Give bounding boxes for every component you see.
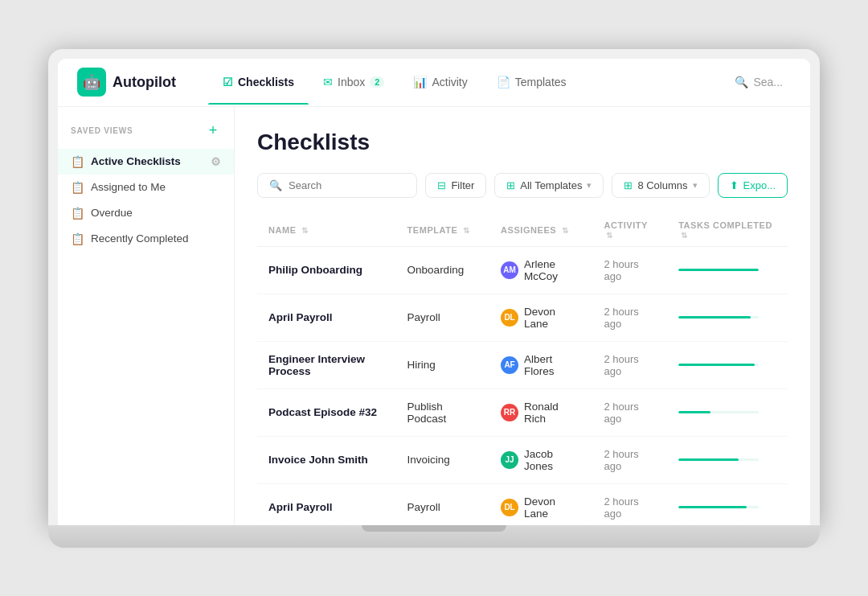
sidebar-item-overdue[interactable]: 📋 Overdue — [58, 200, 234, 226]
assignees-sort-icon[interactable]: ⇅ — [562, 226, 569, 235]
cell-template-0: Onboarding — [396, 246, 489, 294]
row-name-0: Philip Onboarding — [268, 264, 362, 276]
cell-progress-2 — [667, 341, 788, 388]
cell-progress-4 — [667, 436, 788, 483]
activity-text-2: 2 hours ago — [604, 353, 638, 377]
cell-activity-2: 2 hours ago — [592, 341, 667, 388]
sidebar: Saved Views + 📋 Active Checklists ⚙ 📋 As… — [58, 107, 235, 525]
activity-text-3: 2 hours ago — [604, 401, 638, 425]
avatar-1: DL — [501, 309, 518, 327]
name-sort-icon[interactable]: ⇅ — [301, 226, 309, 235]
cell-assignee-0: AM Arlene McCoy — [489, 246, 592, 294]
cell-assignee-5: DL Devon Lane — [489, 483, 592, 525]
cell-template-5: Payroll — [396, 483, 489, 525]
cell-name-5: April Payroll — [257, 483, 396, 525]
table-row[interactable]: April Payroll Payroll DL Devon Lane 2 ho… — [257, 483, 788, 525]
cell-name-3: Podcast Episode #32 — [257, 388, 396, 436]
search-input[interactable] — [289, 179, 405, 191]
table-row[interactable]: Engineer Interview Process Hiring AF Alb… — [257, 341, 788, 388]
export-icon: ⬆ — [730, 179, 739, 191]
assignee-name-4: Jacob Jones — [524, 448, 581, 472]
cell-template-2: Hiring — [396, 341, 489, 388]
cell-name-0: Philip Onboarding — [257, 246, 396, 294]
table-header-row: NAME ⇅ TEMPLATE ⇅ ASSIGNEES ⇅ — [257, 214, 788, 247]
progress-track-2 — [678, 364, 759, 366]
logo-area: 🤖 Autopilot — [77, 68, 176, 97]
search-icon: 🔍 — [269, 179, 282, 191]
cell-assignee-4: JJ Jacob Jones — [489, 436, 592, 483]
cell-template-3: Publish Podcast — [396, 388, 489, 436]
progress-track-4 — [678, 458, 759, 461]
cell-assignee-1: DL Devon Lane — [489, 294, 592, 341]
col-header-assignees: ASSIGNEES ⇅ — [489, 214, 592, 247]
sidebar-add-button[interactable]: + — [205, 123, 221, 139]
progress-container-5 — [678, 506, 759, 508]
all-templates-button[interactable]: ⊞ All Templates ▾ — [494, 173, 604, 198]
logo-text: Autopilot — [113, 74, 176, 91]
tab-activity[interactable]: 📊 Activity — [399, 60, 481, 105]
progress-track-3 — [678, 411, 759, 413]
templates-dropdown-icon: ⊞ — [506, 179, 515, 191]
filter-button[interactable]: ⊟ Filter — [425, 173, 486, 198]
assignee-name-3: Ronald Rich — [524, 401, 581, 425]
cell-name-1: April Payroll — [257, 294, 396, 341]
activity-text-0: 2 hours ago — [604, 258, 638, 282]
progress-fill-0 — [678, 269, 759, 271]
progress-container-4 — [678, 458, 759, 461]
assignee-name-1: Devon Lane — [524, 306, 581, 330]
cell-activity-0: 2 hours ago — [592, 246, 667, 294]
activity-sort-icon[interactable]: ⇅ — [606, 231, 613, 240]
header-search-icon: 🔍 — [735, 76, 748, 88]
nav-tabs: ☑ Checklists ✉ Inbox 2 📊 Activity 📄 — [208, 60, 727, 105]
header-search-button[interactable]: 🔍 Sea... — [727, 71, 791, 93]
table-row[interactable]: Invoice John Smith Invoicing JJ Jacob Jo… — [257, 436, 788, 483]
sidebar-section-label: Saved Views — [71, 126, 133, 135]
progress-fill-2 — [678, 364, 755, 366]
sidebar-item-assigned-to-me[interactable]: 📋 Assigned to Me — [58, 175, 234, 200]
assignee-name-5: Devon Lane — [524, 495, 581, 520]
sidebar-header: Saved Views + — [58, 123, 234, 149]
search-field[interactable]: 🔍 — [257, 173, 417, 198]
tab-templates[interactable]: 📄 Templates — [482, 60, 581, 105]
assignee-cell-5: DL Devon Lane — [501, 495, 581, 520]
inbox-badge: 2 — [370, 76, 384, 88]
progress-track-5 — [678, 506, 759, 508]
laptop-notch — [362, 525, 506, 532]
progress-track-1 — [678, 316, 759, 319]
cell-activity-3: 2 hours ago — [592, 388, 667, 436]
sidebar-item-icon-recent: 📋 — [71, 232, 84, 245]
columns-chevron-icon: ▾ — [693, 180, 698, 191]
app-header: 🤖 Autopilot ☑ Checklists ✉ Inbox 2 📊 — [58, 59, 810, 107]
sidebar-item-recently-completed[interactable]: 📋 Recently Completed — [58, 226, 234, 252]
sidebar-item-icon-active: 📋 — [71, 155, 84, 168]
sidebar-settings-icon[interactable]: ⚙ — [211, 155, 221, 168]
template-sort-icon[interactable]: ⇅ — [463, 226, 470, 235]
cell-template-4: Invoicing — [396, 436, 489, 483]
cell-assignee-2: AF Albert Flores — [489, 341, 592, 388]
cell-name-2: Engineer Interview Process — [257, 341, 396, 388]
assignee-cell-0: AM Arlene McCoy — [501, 258, 581, 282]
cell-name-4: Invoice John Smith — [257, 436, 396, 483]
progress-container-0 — [678, 269, 759, 271]
cell-activity-1: 2 hours ago — [592, 294, 667, 341]
avatar-2: AF — [501, 356, 518, 374]
table-row[interactable]: April Payroll Payroll DL Devon Lane 2 ho… — [257, 294, 788, 341]
tab-inbox[interactable]: ✉ Inbox 2 — [309, 60, 399, 105]
activity-text-1: 2 hours ago — [604, 306, 638, 330]
progress-container-2 — [678, 364, 759, 366]
tab-checklists[interactable]: ☑ Checklists — [208, 60, 309, 105]
templates-icon: 📄 — [497, 76, 510, 88]
avatar-5: DL — [501, 499, 518, 516]
row-name-5: April Payroll — [268, 501, 333, 513]
tasks-sort-icon[interactable]: ⇅ — [681, 231, 688, 240]
export-button[interactable]: ⬆ Expo... — [718, 173, 788, 198]
table-row[interactable]: Podcast Episode #32 Publish Podcast RR R… — [257, 388, 788, 436]
row-name-4: Invoice John Smith — [268, 454, 368, 466]
sidebar-item-icon-overdue: 📋 — [71, 207, 84, 220]
table-row[interactable]: Philip Onboarding Onboarding AM Arlene M… — [257, 246, 788, 294]
columns-button[interactable]: ⊞ 8 Columns ▾ — [612, 173, 709, 198]
assignee-name-2: Albert Flores — [524, 353, 581, 377]
sidebar-item-active-checklists[interactable]: 📋 Active Checklists ⚙ — [58, 149, 234, 175]
main-content: Checklists 🔍 ⊟ Filter ⊞ — [235, 107, 810, 525]
laptop-screen: 🤖 Autopilot ☑ Checklists ✉ Inbox 2 📊 — [48, 49, 820, 525]
